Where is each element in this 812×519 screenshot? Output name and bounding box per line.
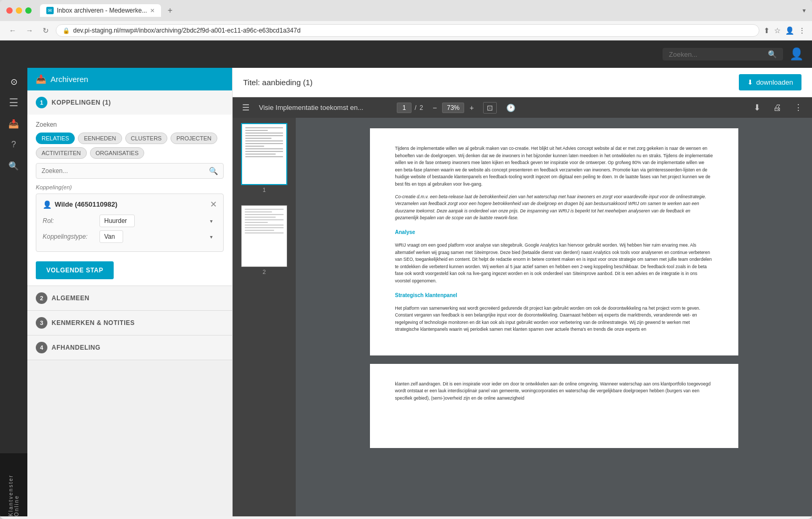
sidebar-item-help[interactable]: ? — [4, 135, 23, 154]
left-sidebar: ⊙ ☰ 📥 ? 🔍 Klantvenster Online — [0, 68, 27, 516]
koppeling-label: Koppeling(en) — [36, 184, 224, 190]
pdf-para-1: Tijdens de implementatie willen we al ge… — [395, 145, 713, 188]
pdf-thumb-2[interactable]: 2 — [241, 205, 287, 277]
section-1-title: KOPPELINGEN (1) — [52, 99, 111, 106]
tag-projecten[interactable]: PROJECTEN — [171, 133, 217, 144]
search-box-icon[interactable]: 🔍 — [209, 167, 218, 175]
rol-select[interactable]: Huurder Eigenaar — [99, 215, 135, 227]
profile-icon[interactable]: 👤 — [785, 26, 794, 35]
section-4-title: AFHANDELING — [52, 344, 101, 351]
pdf-zoom-level: 73% — [442, 103, 464, 113]
minimize-window-button[interactable] — [16, 7, 22, 14]
top-search-area[interactable]: 🔍 — [663, 48, 783, 60]
download-icon: ⬇ — [747, 78, 753, 86]
pdf-menu-icon[interactable]: ☰ — [239, 101, 253, 114]
pdf-page-input[interactable] — [397, 103, 412, 113]
pdf-zoom-controls: − 73% + — [429, 103, 477, 113]
sidebar-item-search[interactable]: 🔍 — [4, 156, 23, 175]
pdf-print-button[interactable]: 🖨 — [770, 102, 785, 114]
sidebar-item-compass[interactable]: ⊙ — [4, 72, 23, 91]
koppelingstype-select[interactable]: Van Naar — [99, 230, 123, 243]
koppelingstype-row: Koppelingstype: Van Naar ▾ — [43, 230, 217, 243]
menu-icon[interactable]: ⋮ — [798, 26, 806, 35]
url-text: dev.pi-staging.nl/mwp#/inbox/archiving/2… — [73, 27, 300, 34]
app-layout: 🔍 👤 ⊙ ☰ 📥 ? 🔍 Klantvenster Online � — [0, 40, 812, 516]
content-row: ⊙ ☰ 📥 ? 🔍 Klantvenster Online 📥 Archiver… — [0, 68, 812, 516]
klantvenster-text: Klantvenster Online — [8, 453, 19, 516]
section-afhandeling: 4 AFHANDELING — [27, 335, 232, 360]
pdf-page-separator: / — [415, 104, 416, 111]
sidebar-item-list[interactable]: ☰ — [4, 93, 23, 112]
koppeling-card: 👤 Wilde (4650110982) ✕ Rol: Huurder — [36, 194, 224, 252]
pdf-page2-content: klanten zelf aandragen. Dit is een inspi… — [395, 381, 713, 402]
address-bar[interactable]: 🔒 dev.pi-staging.nl/mwp#/inbox/archiving… — [56, 24, 759, 37]
sidebar-item-inbox[interactable]: 📥 — [4, 114, 23, 133]
top-app-bar: 🔍 👤 — [0, 40, 812, 68]
search-box[interactable]: 🔍 — [36, 163, 224, 179]
pdf-document-title: Visie Implementatie toekomst en... — [259, 104, 390, 111]
forward-button[interactable]: → — [23, 25, 36, 36]
section-koppelingen: 1 KOPPELINGEN (1) Zoeken RELATIES EENHED… — [27, 90, 232, 286]
pdf-section-analyse: Analyse — [395, 228, 713, 237]
panel-header: 📥 Archiveren — [27, 68, 232, 90]
archive-icon: 📥 — [36, 74, 46, 84]
share-icon[interactable]: ⬆ — [764, 26, 770, 35]
lock-icon: 🔒 — [63, 27, 70, 34]
section-koppelingen-header[interactable]: 1 KOPPELINGEN (1) — [27, 90, 232, 115]
download-button[interactable]: ⬇ downloaden — [739, 74, 801, 90]
pdf-main-content: Tijdens de implementatie willen we al ge… — [296, 118, 812, 516]
pdf-para-3: WRIJ vraagt om een goed platform voor an… — [395, 242, 713, 285]
pdf-history-button[interactable]: 🕐 — [503, 103, 518, 113]
tag-clusters[interactable]: CLUSTERS — [125, 133, 168, 144]
koppeling-search-input[interactable] — [42, 167, 209, 175]
section-kenmerken-header[interactable]: 3 KENMERKEN & NOTITIES — [27, 311, 232, 335]
section-2-title: ALGEMEEN — [52, 294, 89, 302]
tag-activiteiten[interactable]: ACTIVITEITEN — [36, 147, 87, 159]
pdf-page-1: Tijdens de implementatie willen we al ge… — [370, 128, 738, 355]
tab-favicon: ✉ — [46, 7, 54, 14]
section-afhandeling-header[interactable]: 4 AFHANDELING — [27, 335, 232, 360]
next-step-button[interactable]: VOLGENDE STAP — [36, 261, 114, 279]
koppeling-name: 👤 Wilde (4650110982) — [43, 200, 117, 209]
pdf-document-title-main: Titel: aanbieding (1) — [243, 78, 313, 87]
user-profile-icon[interactable]: 👤 — [789, 47, 804, 61]
thumb-2-label: 2 — [241, 267, 287, 277]
rol-select-wrapper: Huurder Eigenaar ▾ — [99, 215, 217, 227]
reload-button[interactable]: ↻ — [40, 25, 52, 36]
tags-row: RELATIES EENHEDEN CLUSTERS PROJECTEN ACT… — [36, 133, 224, 159]
search-icon[interactable]: 🔍 — [768, 50, 777, 58]
browser-titlebar: ✉ Inbox archiveren - Medewerke... ✕ + ▾ — [0, 0, 812, 21]
tag-organisaties[interactable]: ORGANISATIES — [90, 147, 145, 159]
chevron-down-icon[interactable]: ▾ — [803, 7, 806, 14]
pdf-download-button[interactable]: ⬇ — [750, 101, 764, 114]
browser-toolbar: ← → ↻ 🔒 dev.pi-staging.nl/mwp#/inbox/arc… — [0, 21, 812, 40]
koppeling-person-name: Wilde (4650110982) — [55, 200, 117, 208]
thumb-1-label: 1 — [241, 185, 287, 195]
download-label: downloaden — [756, 78, 793, 86]
pdf-zoom-out-button[interactable]: − — [429, 103, 440, 113]
pdf-more-button[interactable]: ⋮ — [791, 101, 806, 114]
koppelingstype-label: Koppelingstype: — [43, 233, 95, 240]
pdf-para-4: Het platform van samenwerking wat wordt … — [395, 305, 713, 333]
pdf-title-bar: Titel: aanbieding (1) ⬇ downloaden — [233, 68, 812, 97]
tag-relaties[interactable]: RELATIES — [36, 133, 75, 144]
koppeling-card-header: 👤 Wilde (4650110982) ✕ — [43, 199, 217, 209]
pdf-toolbar: ☰ Visie Implementatie toekomst en... / 2… — [233, 97, 812, 118]
new-tab-button[interactable]: + — [163, 5, 176, 16]
pdf-content-area: 1 — [233, 118, 812, 516]
pdf-fit-page-button[interactable]: ⊡ — [483, 102, 497, 114]
tab-close-button[interactable]: ✕ — [150, 7, 155, 14]
pdf-zoom-in-button[interactable]: + — [466, 103, 477, 113]
active-tab[interactable]: ✉ Inbox archiveren - Medewerke... ✕ — [40, 4, 161, 17]
close-window-button[interactable] — [6, 7, 13, 14]
section-3-number: 3 — [36, 317, 47, 329]
tabs-bar: ✉ Inbox archiveren - Medewerke... ✕ + — [40, 4, 798, 17]
pdf-thumb-1[interactable]: 1 — [241, 123, 287, 195]
back-button[interactable]: ← — [6, 25, 19, 36]
bookmark-icon[interactable]: ☆ — [774, 26, 781, 35]
maximize-window-button[interactable] — [25, 7, 32, 14]
koppeling-close-button[interactable]: ✕ — [210, 199, 217, 209]
top-search-input[interactable] — [669, 50, 764, 58]
section-algemeen-header[interactable]: 2 ALGEMEEN — [27, 286, 232, 310]
tag-eenheden[interactable]: EENHEDEN — [78, 133, 122, 144]
